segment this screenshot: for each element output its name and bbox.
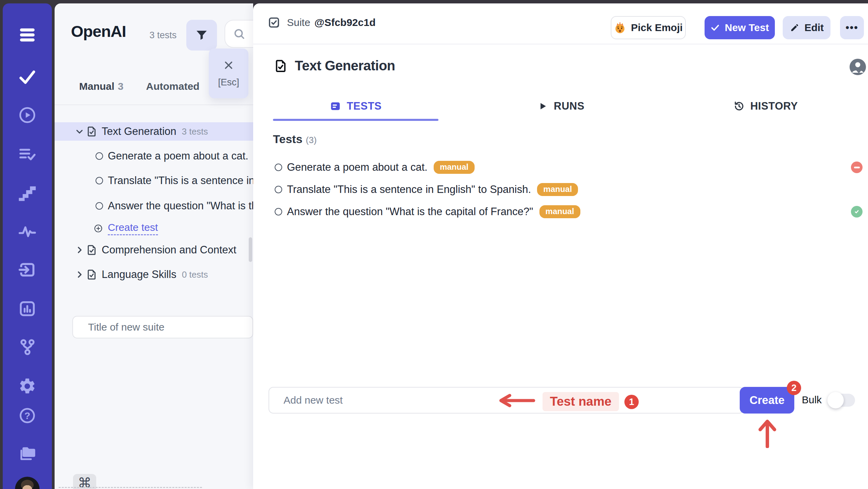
tree-suite-count: 3 tests [182, 126, 208, 137]
activity-icon[interactable] [18, 222, 37, 241]
create-test-link[interactable]: Create test [108, 222, 158, 235]
tab-tests[interactable]: TESTS [253, 92, 458, 121]
status-blocked-icon[interactable] [851, 162, 863, 173]
test-circle-icon [96, 202, 103, 210]
tests-count: (3) [306, 135, 317, 145]
git-branch-icon[interactable] [18, 338, 37, 356]
nav-rail: ? [3, 3, 52, 489]
test-circle-icon[interactable] [275, 186, 282, 193]
tab-manual[interactable]: Manual3 [79, 81, 124, 92]
suite-doc-icon [85, 268, 98, 281]
suite-check-icon [267, 16, 281, 29]
tree-test-item[interactable]: Translate "This is a sentence in English… [55, 171, 253, 190]
annotation-up-arrow [757, 417, 778, 448]
history-tab-icon [733, 100, 745, 112]
person-check-icon [850, 59, 866, 75]
more-actions-button[interactable]: ••• [840, 16, 864, 39]
filter-button[interactable] [186, 20, 217, 51]
import-icon[interactable] [18, 261, 37, 279]
suite-doc-icon [85, 125, 98, 138]
bulk-toggle[interactable] [828, 394, 855, 407]
doc-check-icon [273, 58, 288, 73]
exploding-head-emoji [614, 22, 626, 34]
panel-divider [55, 104, 253, 105]
chevron-right-icon[interactable] [74, 245, 85, 255]
check-icon[interactable] [18, 68, 37, 86]
manual-badge: manual [434, 161, 475, 174]
esc-key-label: [Esc] [218, 77, 239, 88]
tree-scrollbar[interactable] [249, 237, 252, 262]
check-icon [710, 23, 720, 32]
play-circle-icon[interactable] [18, 106, 37, 124]
close-icon[interactable] [222, 59, 235, 71]
ellipsis-icon: ••• [845, 22, 858, 33]
test-row[interactable]: Answer the question "What is the capital… [253, 202, 868, 221]
chevron-right-icon[interactable] [74, 269, 85, 280]
manual-badge: manual [537, 183, 578, 196]
bar-chart-icon[interactable] [18, 299, 37, 318]
steps-icon[interactable] [18, 184, 37, 202]
annotation-test-name-label: Test name [542, 392, 619, 411]
assignee-avatar[interactable] [850, 59, 866, 75]
app-title: OpenAI [71, 22, 126, 41]
new-test-button[interactable]: New Test [705, 16, 775, 39]
tab-history[interactable]: HISTORY [663, 92, 868, 121]
chevron-down-icon[interactable] [74, 126, 85, 137]
tree-suite-comprehension[interactable]: Comprehension and Context [55, 241, 253, 259]
test-circle-icon[interactable] [275, 208, 282, 215]
test-row[interactable]: Translate "This is a sentence in English… [253, 180, 868, 199]
tree-suite-language-skills[interactable]: Language Skills 0 tests [55, 265, 253, 284]
annotation-left-arrow [496, 393, 536, 408]
suite-tests-count: 3 tests [149, 30, 177, 41]
active-tab-underline [273, 119, 438, 121]
pick-emoji-button[interactable]: Pick Emoji [611, 16, 686, 39]
page-title-row: Text Generation [273, 58, 395, 73]
search-input[interactable] [225, 20, 253, 48]
main-header: Suite @Sfcb92c1d Pick Emoji New Test Edi… [253, 3, 868, 44]
runs-tab-icon [537, 100, 548, 112]
bottom-dashed-divider [59, 487, 202, 488]
breadcrumb: Suite @Sfcb92c1d [267, 16, 376, 29]
toggle-knob[interactable] [827, 392, 844, 408]
svg-text:?: ? [24, 410, 30, 421]
tree-test-item[interactable]: Answer the question "What is the capital… [55, 197, 253, 215]
menu-icon[interactable] [18, 25, 37, 43]
tree-test-item[interactable]: Generate a poem about a cat. [55, 147, 253, 165]
tests-heading: Tests(3) [273, 132, 317, 146]
suite-label: Suite [287, 17, 310, 28]
filter-icon [194, 28, 209, 42]
plus-circle-icon [93, 224, 103, 233]
annotation-step-1-badge: 1 [624, 395, 639, 409]
edit-button[interactable]: Edit [783, 16, 830, 39]
test-circle-icon[interactable] [275, 164, 282, 171]
pencil-icon [790, 23, 800, 33]
user-avatar[interactable] [15, 477, 40, 489]
tree-create-test[interactable]: Create test [55, 219, 253, 238]
create-button[interactable]: Create [740, 387, 794, 414]
tab-runs[interactable]: RUNS [458, 92, 663, 121]
suite-id: @Sfcb92c1d [314, 17, 375, 28]
esc-tooltip[interactable]: [Esc] [209, 48, 248, 98]
tree-suite-text-generation[interactable]: Text Generation 3 tests [55, 122, 253, 141]
gear-icon[interactable] [18, 377, 37, 395]
list-check-icon[interactable] [18, 145, 37, 164]
new-suite-title-input[interactable] [72, 316, 253, 338]
folders-icon[interactable] [18, 444, 37, 462]
manual-badge: manual [539, 205, 580, 218]
tab-automated[interactable]: Automated [146, 81, 200, 92]
main-tabs: TESTS RUNS HISTORY [253, 92, 868, 121]
annotation-step-2-badge: 2 [787, 381, 801, 395]
test-circle-icon [96, 152, 103, 160]
suite-doc-icon [85, 244, 98, 256]
tree-suite-label: Text Generation [102, 125, 176, 138]
search-icon [233, 27, 246, 40]
test-row[interactable]: Generate a poem about a cat. manual [253, 158, 868, 177]
help-icon[interactable]: ? [18, 406, 37, 425]
suite-panel: OpenAI 3 tests [Esc] Manual3 Automated T… [55, 3, 253, 489]
status-passed-icon[interactable] [851, 206, 863, 218]
bulk-label: Bulk [802, 394, 822, 406]
page-title: Text Generation [295, 58, 395, 73]
tests-tab-icon [330, 100, 341, 112]
manual-count: 3 [118, 81, 124, 92]
test-circle-icon [96, 177, 103, 184]
